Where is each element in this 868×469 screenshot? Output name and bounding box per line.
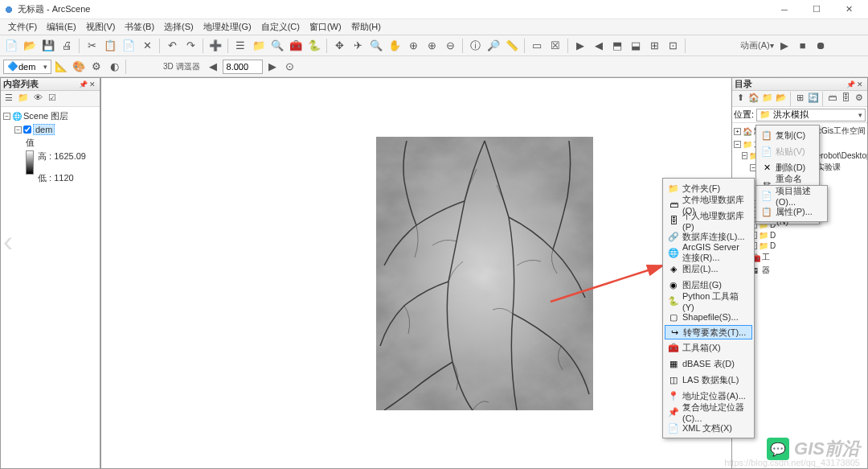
options-icon[interactable]: ⚙ (853, 93, 866, 105)
expand-icon[interactable]: − (734, 141, 741, 148)
open-icon[interactable]: 📂 (22, 38, 38, 54)
anim-icon[interactable]: ▶ (776, 38, 792, 54)
prev-image-chevron[interactable]: ‹ (3, 225, 13, 259)
menu-customize[interactable]: 自定义(C) (256, 19, 305, 35)
menu-edit[interactable]: 编辑(E) (42, 19, 81, 35)
cut-icon[interactable]: ✂ (84, 38, 100, 54)
expand-icon[interactable]: − (14, 126, 22, 134)
list-by-source-icon[interactable]: 📁 (17, 93, 30, 105)
menu-file[interactable]: 文件(F) (3, 19, 42, 35)
connect-folder-icon[interactable]: 📁 (761, 93, 774, 105)
ctx-python-toolbox[interactable]: 🐍Python 工具箱(Y) (665, 293, 752, 309)
layer-checkbox[interactable] (23, 125, 31, 134)
menu-bookmark[interactable]: 书签(B) (120, 19, 159, 35)
up-icon[interactable]: ⬆ (734, 93, 747, 105)
full-extent-icon[interactable]: ⊕ (405, 38, 421, 54)
fly-icon[interactable]: ✈ (350, 38, 366, 54)
menu-view[interactable]: 视图(V) (81, 19, 121, 35)
close-panel-icon[interactable]: ✕ (88, 80, 97, 88)
maximize-button[interactable]: ☐ (800, 0, 833, 19)
save-icon[interactable]: 💾 (40, 38, 56, 54)
tool-icon[interactable]: ⊙ (282, 59, 298, 75)
nav-icon[interactable]: ✥ (331, 38, 347, 54)
pin-icon[interactable]: 📌 (845, 80, 855, 88)
toolbox-icon[interactable]: 🧰 (288, 38, 304, 54)
tool-icon[interactable]: ⬓ (628, 38, 644, 54)
undo-icon[interactable]: ↶ (164, 38, 180, 54)
tool-icon[interactable]: ◀ (591, 38, 607, 54)
print-icon[interactable]: 🖨 (59, 38, 75, 54)
anim-icon[interactable]: ■ (795, 38, 811, 54)
tool-icon[interactable]: ▶ (572, 38, 588, 54)
refresh-icon[interactable]: 🔄 (807, 93, 820, 105)
home-icon[interactable]: 🏠 (747, 93, 760, 105)
ctx-item-desc[interactable]: 📄项目描述(O)... (758, 187, 825, 204)
tool-icon[interactable]: ⬒ (609, 38, 625, 54)
find-icon[interactable]: 🔎 (485, 38, 502, 54)
disconnect-icon[interactable]: 📂 (775, 93, 788, 105)
tool-icon[interactable]: ⊞ (646, 38, 662, 54)
menu-select[interactable]: 选择(S) (159, 19, 199, 35)
ctx-turn-fc[interactable]: ↪转弯要素类(T)... (665, 325, 752, 339)
tool-icon[interactable]: 🎨 (71, 59, 87, 75)
layer-label[interactable]: dem (33, 124, 55, 135)
pan-icon[interactable]: ✋ (387, 38, 403, 54)
toggle-icon[interactable]: ⊞ (793, 93, 806, 105)
identify-icon[interactable]: ⓘ (467, 38, 483, 54)
redo-icon[interactable]: ↷ (182, 38, 199, 54)
anim-icon[interactable]: ⏺ (813, 38, 829, 54)
ctx-toolbox[interactable]: 🧰工具箱(X) (665, 339, 752, 356)
pin-icon[interactable]: 📌 (78, 80, 88, 88)
close-panel-icon[interactable]: ✕ (855, 80, 865, 88)
expand-icon[interactable]: + (734, 128, 741, 135)
python-icon[interactable]: 🐍 (306, 38, 322, 54)
next-icon[interactable]: ▶ (264, 59, 280, 75)
ctx-layer[interactable]: ◈图层(L)... (665, 261, 752, 277)
zoom-out-icon[interactable]: ⊖ (442, 38, 458, 54)
clear-select-icon[interactable]: ☒ (547, 38, 563, 54)
catalog-icon[interactable]: 📁 (251, 38, 267, 54)
paste-icon[interactable]: 📄 (121, 38, 137, 54)
menu-geoprocessing[interactable]: 地理处理(G) (199, 19, 256, 35)
list-by-selection-icon[interactable]: ☑ (46, 93, 59, 105)
ctx-las[interactable]: ◫LAS 数据集(L) (665, 372, 752, 388)
location-combo[interactable]: 📁 洪水模拟 ▾ (756, 109, 866, 121)
copy-icon[interactable]: 📋 (102, 38, 118, 54)
add-data-icon[interactable]: ➕ (207, 38, 223, 54)
gdb-icon[interactable]: 🗃 (825, 93, 838, 105)
value-combo[interactable]: 8.000 (223, 60, 263, 74)
ctx-composite-locator[interactable]: 📌复合地址定位器(C)... (665, 404, 752, 420)
expand-icon[interactable]: − (742, 152, 747, 159)
ctx-personal-gdb[interactable]: 🗄个人地理数据库(P) (665, 212, 752, 228)
new-icon[interactable]: 📄 (3, 38, 19, 54)
zoom-in-icon[interactable]: ⊕ (424, 38, 440, 54)
tool-icon[interactable]: ⚙ (88, 59, 104, 75)
layer-combo[interactable]: 🔷dem▾ (3, 60, 51, 74)
select-icon[interactable]: ▭ (529, 38, 545, 54)
list-by-drawing-icon[interactable]: ☰ (2, 93, 15, 105)
ctx-props[interactable]: 📋属性(P)... (758, 204, 825, 220)
gdb-icon[interactable]: 🗄 (839, 93, 852, 105)
tool-icon[interactable]: ◐ (106, 59, 122, 75)
tool-icon[interactable]: ⊡ (665, 38, 681, 54)
zoom-icon[interactable]: 🔍 (368, 38, 384, 54)
ctx-dbase[interactable]: ▦dBASE 表(D) (665, 356, 752, 372)
toc-icon[interactable]: ☰ (232, 38, 248, 54)
list-by-visibility-icon[interactable]: 👁 (31, 93, 44, 105)
delete-icon[interactable]: ✕ (139, 38, 155, 54)
ctx-copy[interactable]: 📋复制(C) (758, 127, 817, 143)
scene-node[interactable]: − 🌐 Scene 图层 (3, 109, 97, 123)
tool-icon[interactable]: 📐 (53, 59, 69, 75)
animation-dropdown[interactable]: 动画(A) ▾ (740, 39, 774, 53)
layer-node[interactable]: − dem (3, 123, 97, 136)
close-button[interactable]: ✕ (833, 0, 865, 19)
expand-icon[interactable]: − (3, 113, 10, 120)
menu-help[interactable]: 帮助(H) (346, 19, 386, 35)
prev-icon[interactable]: ◀ (205, 59, 221, 75)
search-icon[interactable]: 🔍 (269, 38, 285, 54)
measure-icon[interactable]: 📏 (504, 38, 520, 54)
minimize-button[interactable]: ─ (768, 0, 800, 19)
ctx-xml[interactable]: 📄XML 文档(X) (665, 420, 752, 436)
ctx-arcgis-server[interactable]: 🌐ArcGIS Server 连接(R)... (665, 245, 752, 261)
menu-window[interactable]: 窗口(W) (305, 19, 346, 35)
